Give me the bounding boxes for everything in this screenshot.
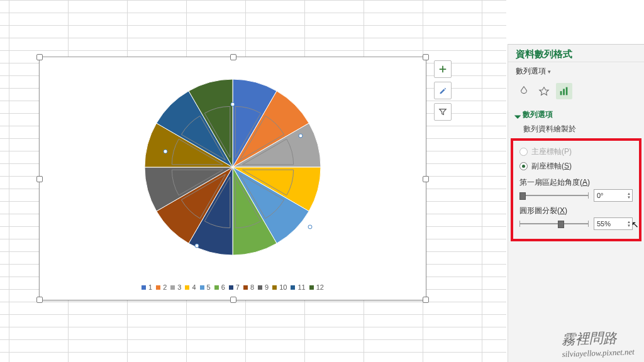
highlighted-controls: 主座標軸(P) 副座標軸(S) 第一扇區起始角度(A) 0° ▲▼ 圓形圖分裂(…	[511, 138, 641, 241]
legend-item[interactable]: 1	[142, 283, 152, 291]
legend-swatch	[309, 285, 314, 290]
legend-swatch	[142, 285, 146, 290]
chart-hover-buttons	[434, 60, 453, 124]
watermark-line1: 霧裡問路	[561, 328, 634, 349]
legend-label: 5	[207, 283, 211, 291]
primary-axis-label: 主座標軸(P)	[531, 146, 572, 157]
secondary-axis-label: 副座標軸(S)	[531, 161, 572, 172]
legend-item[interactable]: 8	[243, 283, 254, 291]
legend-swatch	[229, 285, 233, 290]
legend-label: 11	[297, 283, 305, 291]
primary-axis-radio[interactable]: 主座標軸(P)	[519, 145, 633, 159]
legend-item[interactable]: 11	[291, 283, 305, 291]
resize-handle[interactable]	[36, 297, 43, 303]
svg-rect-6	[560, 91, 562, 95]
legend-label: 6	[221, 283, 225, 291]
legend-item[interactable]: 7	[229, 283, 240, 291]
angle-input[interactable]: 0° ▲▼	[594, 189, 633, 202]
fill-line-icon[interactable]	[516, 83, 532, 99]
explosion-slider[interactable]	[519, 219, 589, 228]
series-options-dropdown[interactable]: 數列選項	[508, 62, 644, 80]
effects-icon[interactable]	[536, 83, 552, 99]
legend-item[interactable]: 9	[258, 283, 269, 291]
chart-legend[interactable]: 123456789101112	[40, 280, 426, 295]
pane-title: 資料數列格式	[508, 45, 644, 62]
legend-label: 1	[148, 283, 152, 291]
legend-swatch	[156, 285, 160, 290]
svg-point-1	[299, 134, 303, 138]
legend-item[interactable]: 6	[214, 283, 225, 291]
svg-rect-7	[563, 89, 565, 95]
legend-item[interactable]: 3	[170, 283, 181, 291]
chart-styles-button[interactable]	[434, 82, 452, 99]
chart-filters-button[interactable]	[434, 103, 452, 121]
legend-item[interactable]: 4	[185, 283, 196, 291]
chart-object[interactable]: 123456789101112	[39, 57, 426, 300]
angle-of-first-slice-label: 第一扇區起始角度(A)	[519, 173, 633, 189]
legend-swatch	[243, 285, 248, 290]
resize-handle[interactable]	[423, 297, 429, 303]
legend-swatch	[170, 285, 175, 290]
plot-series-on-label: 數列資料繪製於	[508, 124, 644, 137]
svg-point-0	[231, 102, 235, 106]
legend-item[interactable]: 5	[200, 283, 211, 291]
legend-label: 4	[192, 283, 196, 291]
spinner-icon[interactable]: ▲▼	[627, 220, 631, 228]
format-pane: 資料數列格式 數列選項 數列選項 數列資料繪製於 主座標軸(P) 副座標軸(S)…	[508, 44, 644, 362]
svg-point-3	[195, 244, 199, 248]
secondary-axis-radio[interactable]: 副座標軸(S)	[519, 159, 633, 173]
pie-chart[interactable]	[40, 57, 426, 271]
legend-label: 12	[316, 283, 324, 291]
legend-label: 2	[163, 283, 167, 291]
legend-swatch	[291, 285, 295, 290]
legend-label: 7	[236, 283, 240, 291]
explosion-value: 55%	[597, 220, 611, 228]
pane-category-icons	[508, 80, 644, 106]
pie-explosion-label: 圓形圖分裂(X)	[519, 202, 633, 217]
legend-item[interactable]: 2	[156, 283, 167, 291]
legend-item[interactable]: 10	[272, 283, 287, 291]
legend-item[interactable]: 12	[309, 283, 324, 291]
svg-rect-8	[566, 87, 568, 96]
chart-elements-button[interactable]	[434, 60, 452, 78]
svg-marker-5	[540, 87, 548, 96]
legend-label: 9	[265, 283, 269, 291]
radio-icon	[519, 162, 528, 170]
angle-value: 0°	[597, 192, 604, 199]
series-options-label: 數列選項	[516, 67, 551, 75]
legend-swatch	[200, 285, 204, 290]
spinner-icon[interactable]: ▲▼	[627, 192, 631, 199]
explosion-input[interactable]: 55% ▲▼	[594, 217, 633, 230]
legend-swatch	[272, 285, 277, 290]
svg-point-2	[308, 225, 312, 229]
legend-label: 10	[279, 283, 287, 291]
series-options-section-label: 數列選項	[523, 109, 553, 120]
svg-point-4	[164, 150, 167, 153]
worksheet-area[interactable]: 123456789101112	[0, 0, 506, 362]
angle-slider[interactable]	[519, 191, 589, 200]
radio-icon	[519, 148, 528, 156]
resize-handle[interactable]	[230, 297, 236, 303]
watermark: 霧裡問路 silviayellow.pixnet.net	[561, 328, 635, 359]
series-options-icon[interactable]	[556, 83, 572, 99]
series-options-section-header[interactable]: 數列選項	[508, 106, 644, 124]
legend-label: 8	[250, 283, 254, 291]
legend-swatch	[185, 285, 189, 290]
legend-swatch	[258, 285, 262, 290]
legend-label: 3	[177, 283, 181, 291]
cursor-icon: ↖	[631, 219, 639, 229]
legend-swatch	[214, 285, 219, 290]
